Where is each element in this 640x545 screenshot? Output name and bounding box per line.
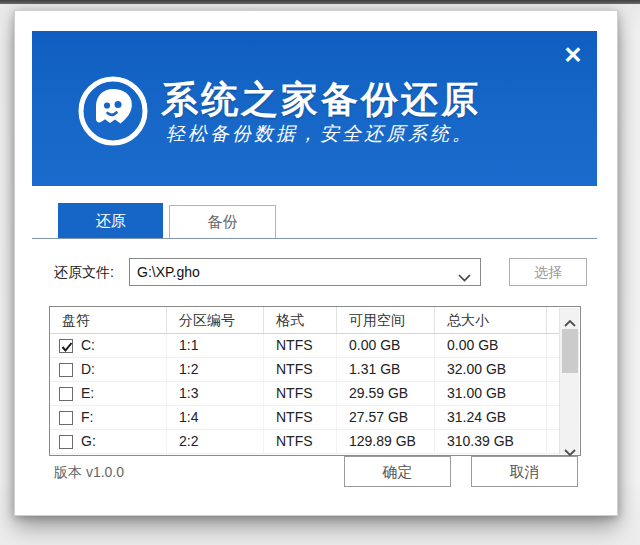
- format-cell: NTFS: [264, 406, 337, 429]
- ok-button[interactable]: 确定: [344, 456, 451, 487]
- table-row[interactable]: D:1:2NTFS1.31 GB32.00 GB: [50, 358, 580, 382]
- partition-cell: 1:3: [167, 382, 264, 405]
- partition-cell: 1:2: [167, 358, 264, 381]
- column-header-format[interactable]: 格式: [264, 307, 337, 333]
- total-size-cell: 0.00 GB: [435, 334, 547, 357]
- drive-table: 盘符 分区编号 格式 可用空间 总大小 C:1:1NTFS0.00 GB0.00…: [49, 306, 581, 456]
- drive-cell: G:: [50, 430, 167, 453]
- restore-file-combobox[interactable]: G:\XP.gho: [129, 258, 481, 286]
- select-file-button[interactable]: 选择: [509, 258, 587, 286]
- drive-checkbox[interactable]: [59, 339, 73, 353]
- format-cell: NTFS: [264, 358, 337, 381]
- app-window: ✕ 系统之家备份还原 轻松备份数据，安全还原系统。 还原 备份 还原文件: G:…: [14, 10, 618, 516]
- app-subtitle: 轻松备份数据，安全还原系统。: [166, 121, 474, 147]
- scrollbar-thumb[interactable]: [562, 329, 578, 373]
- drive-letter: D:: [81, 358, 95, 381]
- ghost-logo-icon: [76, 74, 150, 148]
- free-space-cell: 0.00 GB: [337, 334, 435, 357]
- drive-checkbox[interactable]: [59, 435, 73, 449]
- version-label: 版本 v1.0.0: [54, 464, 124, 482]
- format-cell: NTFS: [264, 430, 337, 453]
- scroll-down-icon[interactable]: [560, 437, 580, 454]
- format-cell: NTFS: [264, 334, 337, 357]
- column-header-free[interactable]: 可用空间: [337, 307, 435, 333]
- column-header-total[interactable]: 总大小: [435, 307, 547, 333]
- cancel-button[interactable]: 取消: [471, 456, 578, 487]
- drive-checkbox[interactable]: [59, 411, 73, 425]
- drive-letter: F:: [81, 406, 93, 429]
- screen-top-edge: [0, 0, 640, 4]
- table-row[interactable]: E:1:3NTFS29.59 GB31.00 GB: [50, 382, 580, 406]
- tab-separator-line: [32, 238, 597, 239]
- partition-cell: 1:4: [167, 406, 264, 429]
- app-header: ✕ 系统之家备份还原 轻松备份数据，安全还原系统。: [32, 31, 597, 186]
- restore-file-label: 还原文件:: [54, 259, 114, 286]
- tab-backup[interactable]: 备份: [169, 205, 276, 238]
- drive-cell: D:: [50, 358, 167, 381]
- free-space-cell: 1.31 GB: [337, 358, 435, 381]
- drive-cell: E:: [50, 382, 167, 405]
- chevron-down-icon[interactable]: [458, 268, 471, 286]
- table-row[interactable]: C:1:1NTFS0.00 GB0.00 GB: [50, 334, 580, 358]
- tab-restore[interactable]: 还原: [58, 203, 163, 239]
- table-header-row: 盘符 分区编号 格式 可用空间 总大小: [50, 307, 580, 334]
- column-header-drive[interactable]: 盘符: [50, 307, 167, 333]
- drive-checkbox[interactable]: [59, 387, 73, 401]
- format-cell: NTFS: [264, 382, 337, 405]
- drive-letter: C:: [81, 334, 95, 357]
- restore-file-value: G:\XP.gho: [137, 259, 200, 285]
- close-icon[interactable]: ✕: [557, 39, 589, 71]
- column-header-partition[interactable]: 分区编号: [167, 307, 264, 333]
- vertical-scrollbar[interactable]: [559, 308, 579, 454]
- app-title: 系统之家备份还原: [161, 75, 481, 125]
- drive-checkbox[interactable]: [59, 363, 73, 377]
- partition-cell: 2:2: [167, 430, 264, 453]
- free-space-cell: 29.59 GB: [337, 382, 435, 405]
- drive-cell: C:: [50, 334, 167, 357]
- total-size-cell: 31.24 GB: [435, 406, 547, 429]
- partition-cell: 1:1: [167, 334, 264, 357]
- total-size-cell: 31.00 GB: [435, 382, 547, 405]
- free-space-cell: 129.89 GB: [337, 430, 435, 453]
- scroll-up-icon[interactable]: [560, 308, 580, 325]
- drive-cell: F:: [50, 406, 167, 429]
- table-row[interactable]: F:1:4NTFS27.57 GB31.24 GB: [50, 406, 580, 430]
- total-size-cell: 32.00 GB: [435, 358, 547, 381]
- table-body: C:1:1NTFS0.00 GB0.00 GBD:1:2NTFS1.31 GB3…: [50, 334, 580, 454]
- free-space-cell: 27.57 GB: [337, 406, 435, 429]
- total-size-cell: 310.39 GB: [435, 430, 547, 453]
- drive-letter: E:: [81, 382, 94, 405]
- drive-letter: G:: [81, 430, 96, 453]
- table-row[interactable]: G:2:2NTFS129.89 GB310.39 GB: [50, 430, 580, 454]
